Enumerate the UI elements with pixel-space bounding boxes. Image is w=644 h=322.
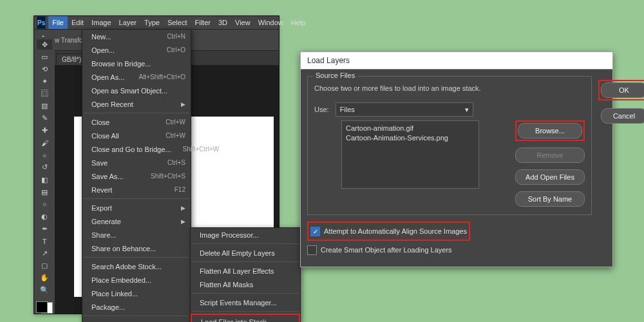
- photoshop-window: Ps FileEditImageLayerTypeSelectFilter3DV…: [33, 15, 279, 314]
- history-tool-icon[interactable]: ↺: [37, 162, 52, 173]
- wand-tool-icon[interactable]: ✦: [37, 76, 52, 86]
- menu-row-package[interactable]: Package...: [82, 300, 191, 314]
- menu-item-filter[interactable]: Filter: [191, 16, 214, 29]
- menu-shortcut: Ctrl+N: [167, 33, 185, 40]
- menu-shortcut: Ctrl+O: [167, 46, 185, 53]
- menu-row-label: New...: [91, 33, 111, 41]
- align-checkbox-row[interactable]: ✓ Attempt to Automatically Align Source …: [310, 225, 467, 238]
- menu-row-label: Open...: [91, 46, 115, 54]
- zoom-tool-icon[interactable]: 🔍: [37, 285, 52, 296]
- submenu-row-flatten-all-layer-effects[interactable]: Flatten All Layer Effects: [191, 264, 300, 278]
- eyedrop-tool-icon[interactable]: ✎: [37, 113, 52, 124]
- remove-button[interactable]: Remove: [515, 147, 585, 163]
- add-open-files-button[interactable]: Add Open Files: [515, 169, 585, 185]
- smart-object-checkbox-row[interactable]: Create Smart Object after Loading Layers: [307, 243, 592, 256]
- menu-row-search-adobe-stock[interactable]: Search Adobe Stock...: [82, 260, 191, 273]
- menu-item-layer[interactable]: Layer: [115, 16, 141, 29]
- stamp-tool-icon[interactable]: ⟐: [37, 150, 52, 160]
- menu-row-label: Generate: [91, 218, 121, 225]
- eraser-tool-icon[interactable]: ◧: [37, 175, 52, 185]
- type-tool-icon[interactable]: T: [37, 236, 52, 247]
- menu-item-window[interactable]: Window: [254, 16, 287, 29]
- menu-row-open-as[interactable]: Open As...Alt+Shift+Ctrl+O: [82, 70, 191, 84]
- file-list[interactable]: Cartoon-animation.gifCartoon-Animation-S…: [341, 120, 479, 189]
- menu-row-label: Open Recent: [91, 100, 133, 108]
- menu-row-open-recent[interactable]: Open Recent▶: [82, 97, 191, 111]
- menu-row-label: Export: [91, 204, 112, 212]
- menu-row-revert[interactable]: RevertF12: [82, 183, 191, 196]
- pen-tool-icon[interactable]: ✒: [37, 223, 52, 234]
- submenu-row-image-processor[interactable]: Image Processor...: [191, 228, 300, 242]
- submenu-row-delete-all-empty-layers[interactable]: Delete All Empty Layers: [191, 246, 300, 260]
- crop-tool-icon[interactable]: ⿴: [37, 88, 52, 99]
- menu-row-share-on-behance[interactable]: Share on Behance...: [82, 242, 191, 255]
- menu-row-generate[interactable]: Generate▶: [82, 214, 191, 228]
- menu-shortcut: Ctrl+S: [167, 159, 185, 166]
- use-label: Use:: [314, 106, 329, 113]
- menu-row-label: Open as Smart Object...: [91, 87, 167, 95]
- move-tool-icon[interactable]: ✥: [37, 39, 52, 50]
- submenu-row-script-events-manager[interactable]: Script Events Manager...: [191, 296, 300, 309]
- ok-button[interactable]: OK: [601, 82, 644, 98]
- menu-row-browse-in-bridge[interactable]: Browse in Bridge...: [82, 57, 191, 70]
- menu-item-file[interactable]: File: [48, 16, 68, 29]
- submenu-row-load-files-into-stack[interactable]: Load Files into Stack...: [192, 315, 299, 322]
- menu-row-label: Close: [91, 118, 109, 126]
- frame-tool-icon[interactable]: ▧: [37, 100, 52, 111]
- menu-row-label: Place Linked...: [91, 290, 138, 298]
- menu-row-open-as-smart-object[interactable]: Open as Smart Object...: [82, 84, 191, 97]
- rect-tool-icon[interactable]: ▢: [37, 261, 52, 271]
- menu-row-close[interactable]: CloseCtrl+W: [82, 115, 191, 129]
- foreground-background-swatch[interactable]: [36, 301, 53, 314]
- menu-bar: Ps FileEditImageLayerTypeSelectFilter3DV…: [34, 16, 279, 29]
- menu-row-open[interactable]: Open...Ctrl+O: [82, 43, 191, 57]
- hand-tool-icon[interactable]: ✋: [37, 273, 52, 283]
- menu-row-close-and-go-to-bridge[interactable]: Close and Go to Bridge...Shift+Ctrl+W: [82, 142, 191, 156]
- menu-item-type[interactable]: Type: [140, 16, 164, 29]
- menu-item-3d[interactable]: 3D: [214, 16, 231, 29]
- menu-row-export[interactable]: Export▶: [82, 201, 191, 214]
- menu-row-close-all[interactable]: Close AllCtrl+W: [82, 129, 191, 142]
- menu-row-place-embedded[interactable]: Place Embedded...: [82, 273, 191, 287]
- submenu-arrow-icon: ▶: [181, 218, 185, 225]
- tool-bar: ✥▭⟲✦⿴▧✎✚🖌⟐↺◧▤○◐✒T↗▢✋🔍: [34, 37, 55, 314]
- submenu-row-flatten-all-masks[interactable]: Flatten All Masks: [191, 278, 300, 291]
- menu-row-share[interactable]: Share...: [82, 228, 191, 242]
- submenu-arrow-icon: ▶: [181, 101, 185, 108]
- menu-item-view[interactable]: View: [231, 16, 254, 29]
- sort-by-name-button[interactable]: Sort By Name: [515, 191, 585, 207]
- menu-item-image[interactable]: Image: [88, 16, 115, 29]
- lasso-tool-icon[interactable]: ⟲: [37, 64, 52, 74]
- menu-row-save[interactable]: SaveCtrl+S: [82, 156, 191, 169]
- menu-row-place-linked[interactable]: Place Linked...: [82, 287, 191, 300]
- dodge-tool-icon[interactable]: ◐: [37, 211, 52, 222]
- menu-row-label: Revert: [91, 186, 112, 194]
- submenu-arrow-icon: ▶: [181, 205, 185, 211]
- browse-button[interactable]: Browse...: [518, 123, 582, 138]
- blur-tool-icon[interactable]: ○: [37, 199, 52, 209]
- file-list-item[interactable]: Cartoon-Animation-Services.png: [346, 133, 475, 143]
- cancel-button[interactable]: Cancel: [601, 108, 644, 124]
- menu-shortcut: Shift+Ctrl+S: [151, 173, 185, 180]
- menu-row-label: Browse in Bridge...: [91, 60, 151, 68]
- use-select[interactable]: Files ▾: [336, 102, 473, 117]
- menu-item-help[interactable]: Help: [287, 16, 310, 29]
- menu-row-new[interactable]: New...Ctrl+N: [82, 30, 191, 43]
- menu-shortcut: Shift+Ctrl+W: [183, 146, 220, 153]
- menu-row-label: Package...: [91, 303, 125, 311]
- path-tool-icon[interactable]: ↗: [37, 249, 52, 259]
- menu-row-label: Place Embedded...: [91, 276, 151, 284]
- menu-row-label: Close and Go to Bridge...: [91, 146, 171, 153]
- menu-row-label: Close All: [91, 132, 119, 140]
- checkbox-unchecked-icon: [307, 245, 317, 255]
- menu-row-automate[interactable]: Automate▶: [82, 318, 191, 322]
- file-list-item[interactable]: Cartoon-animation.gif: [346, 124, 475, 133]
- heal-tool-icon[interactable]: ✚: [37, 126, 52, 136]
- menu-row-save-as[interactable]: Save As...Shift+Ctrl+S: [82, 169, 191, 183]
- marquee-tool-icon[interactable]: ▭: [37, 52, 52, 62]
- brush-tool-icon[interactable]: 🖌: [37, 138, 52, 148]
- menu-item-select[interactable]: Select: [164, 16, 191, 29]
- scripts-submenu: Image Processor...Delete All Empty Layer…: [190, 227, 301, 322]
- menu-item-edit[interactable]: Edit: [68, 16, 88, 29]
- gradient-tool-icon[interactable]: ▤: [37, 187, 52, 197]
